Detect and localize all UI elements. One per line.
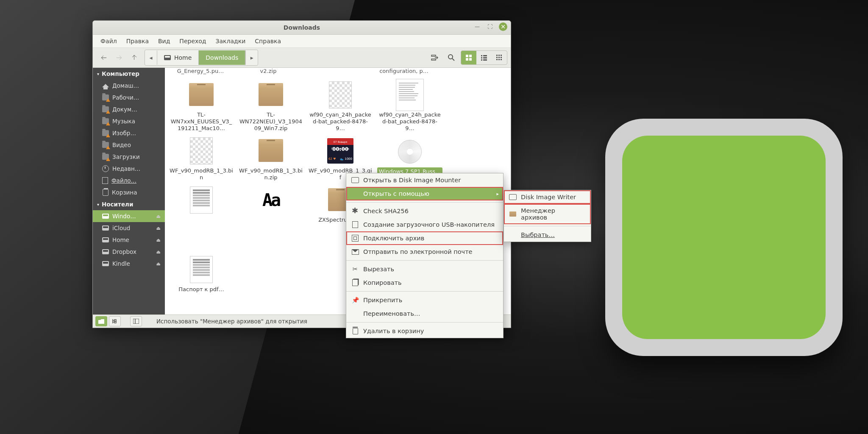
sidebar-item[interactable]: Файло… (93, 175, 165, 186)
eject-icon[interactable]: ⏏ (156, 214, 161, 219)
svg-rect-13 (498, 55, 500, 56)
file-item[interactable]: wf90_cyan_24h_packed-bat_packed-8478-9… (306, 78, 375, 134)
file-item[interactable] (167, 184, 236, 253)
screen-icon (351, 177, 359, 184)
tree-sidebar-button[interactable] (109, 316, 121, 326)
sidebar-item[interactable]: Недавн… (93, 163, 165, 175)
menu-файл[interactable]: Файл (96, 36, 121, 46)
sidebar-item[interactable]: Корзина (93, 186, 165, 198)
menu-закладки[interactable]: Закладки (211, 36, 250, 46)
sidebar-item[interactable]: Видео (93, 139, 165, 151)
context-menu-item[interactable]: Удалить в корзину (346, 324, 503, 338)
search-button[interactable] (445, 51, 458, 64)
mount-icon (351, 235, 359, 242)
context-menu-item[interactable]: Копировать (346, 276, 503, 289)
view-toggle (461, 50, 507, 65)
-icon (351, 190, 359, 197)
file-item[interactable]: wf90_cyan_24h_packed-bat_packed-8478-9… (375, 78, 445, 134)
pin-icon: 📌 (351, 297, 359, 303)
menu-правка[interactable]: Правка (122, 36, 153, 46)
menu-справка[interactable]: Справка (250, 36, 285, 46)
sidebar-item[interactable]: Домаш… (93, 80, 165, 92)
sidebar-item[interactable]: iCloud⏏ (93, 222, 165, 234)
context-menu-item[interactable]: Создание загрузочного USB-накопителя (346, 218, 503, 231)
svg-rect-15 (496, 57, 498, 58)
sidebar-item[interactable]: Докум… (93, 103, 165, 115)
window-controls: — ⛶ ✕ (473, 22, 507, 31)
list-view-button[interactable] (476, 51, 492, 64)
context-menu-item[interactable]: Открыть с помощью▸ (346, 187, 503, 200)
maximize-button[interactable]: ⛶ (486, 23, 494, 31)
file-item[interactable]: TL-WN722N(EU)_V3_190409_Win7.zip (236, 78, 306, 134)
eject-icon[interactable]: ⏏ (156, 261, 161, 267)
path-segment[interactable]: Downloads (199, 50, 245, 65)
eject-icon[interactable]: ⏏ (156, 225, 161, 231)
toggle-path-entry-button[interactable] (428, 51, 441, 64)
context-menu-item[interactable]: ✂Вырезать (346, 262, 503, 276)
archive-icon (509, 211, 517, 217)
menubar: ФайлПравкаВидПереходЗакладкиСправка (93, 35, 511, 48)
context-menu: Открыть в Disk Image MounterОткрыть с по… (346, 173, 504, 338)
window-title: Downloads (284, 24, 320, 31)
back-button[interactable]: 🡠 (97, 51, 111, 64)
context-menu-item[interactable]: Менеджер архивов (504, 204, 591, 224)
file-item[interactable]: Паспорт к pdf… (167, 253, 236, 295)
pathbar: ◂ HomeDownloads ▸ (145, 50, 258, 66)
path-back-button[interactable]: ◂ (145, 50, 157, 65)
status-text: Использовать "Менеджер архивов" для откр… (156, 318, 307, 325)
context-menu-item[interactable]: Открыть в Disk Image Mounter (346, 173, 503, 187)
file-item[interactable]: TL-WN7xxN_EUUSES_V3_191211_Mac10… (167, 78, 236, 134)
context-menu-item[interactable]: Подключить архив (346, 231, 503, 245)
sidebar-item[interactable]: Dropbox⏏ (93, 246, 165, 258)
svg-rect-12 (496, 55, 498, 56)
sidebar-item[interactable]: Музыка (93, 115, 165, 127)
context-menu-item[interactable]: Disk Image Writer (504, 190, 591, 204)
compact-view-button[interactable] (492, 51, 507, 64)
minimize-button[interactable]: — (473, 23, 481, 31)
svg-rect-16 (498, 57, 500, 58)
sidebar-item[interactable]: Kindle⏏ (93, 258, 165, 270)
context-menu-item[interactable]: Выбрать… (504, 228, 591, 242)
context-menu-item[interactable]: Отправить по электронной почте (346, 245, 503, 259)
mint-logo: lm (605, 119, 843, 356)
sidebar-item[interactable]: Рабочи… (93, 92, 165, 103)
forward-button[interactable]: 🡢 (112, 51, 126, 64)
file-item[interactable]: Aa (236, 184, 306, 253)
context-menu-item[interactable]: Check SHA256 (346, 204, 503, 218)
svg-rect-10 (481, 59, 482, 61)
menu-вид[interactable]: Вид (154, 36, 174, 46)
svg-rect-18 (496, 59, 498, 60)
screen-icon (509, 194, 517, 200)
context-menu-item[interactable]: 📌Прикрепить (346, 293, 503, 307)
file-item[interactable]: WF_v90_modRB_1_3.bin.zip (236, 134, 306, 184)
sidebar-section-header[interactable]: ▾Носители (93, 198, 165, 210)
svg-line-1 (452, 58, 454, 61)
up-button[interactable]: 🡡 (128, 51, 141, 64)
svg-rect-20 (501, 59, 502, 60)
context-menu-item[interactable]: Переименовать… (346, 307, 503, 320)
close-button[interactable]: ✕ (499, 22, 507, 31)
sidebar-item[interactable]: Home⏏ (93, 234, 165, 246)
sidebar-section-header[interactable]: ▾Компьютер (93, 68, 165, 80)
eject-icon[interactable]: ⏏ (156, 237, 161, 243)
places-sidebar-button[interactable] (95, 316, 107, 326)
titlebar[interactable]: Downloads — ⛶ ✕ (93, 21, 511, 35)
svg-rect-14 (501, 55, 502, 56)
eject-icon[interactable]: ⏏ (156, 249, 161, 255)
icon-view-button[interactable] (461, 51, 476, 64)
path-forward-button[interactable]: ▸ (245, 50, 258, 65)
svg-rect-4 (466, 58, 468, 61)
svg-rect-2 (466, 55, 468, 57)
trash-icon (351, 328, 359, 334)
svg-rect-19 (498, 59, 500, 60)
path-segment[interactable]: Home (157, 50, 199, 65)
svg-rect-3 (469, 55, 472, 57)
show-hide-sidebar-button[interactable] (130, 316, 142, 326)
file-item[interactable]: WF_v90_modRB_1_3.bin (167, 134, 236, 184)
svg-rect-5 (469, 58, 472, 61)
sidebar-item[interactable]: Загрузки (93, 151, 165, 163)
sidebar-item[interactable]: Изобр… (93, 127, 165, 139)
sidebar-item[interactable]: Windo…⏏ (93, 210, 165, 222)
menu-переход[interactable]: Переход (175, 36, 210, 46)
svg-point-0 (448, 55, 453, 59)
